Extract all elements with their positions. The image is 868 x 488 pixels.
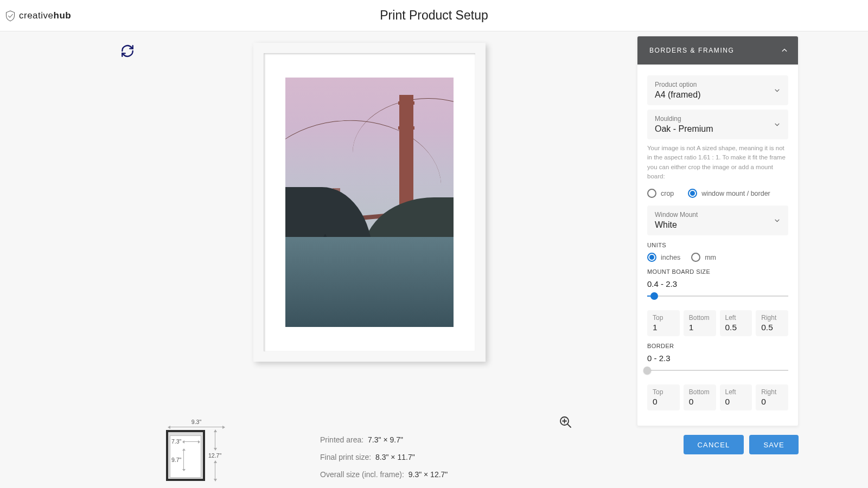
settings-sidebar: BORDERS & FRAMING Product option A4 (fra… [637,31,799,488]
mm-label: mm [705,254,716,261]
crop-label: crop [661,190,674,197]
refresh-button[interactable] [120,44,135,60]
border-top-input[interactable]: Top0 [647,384,680,410]
page-title: Print Product Setup [380,8,488,23]
svg-line-1 [567,424,571,427]
dimension-readout: Printed area: 7.3" × 9.7" Final print si… [320,431,448,484]
refresh-icon [120,44,135,58]
aspect-ratio-help: Your image is not A sized shape, meaning… [647,144,788,181]
save-button[interactable]: SAVE [749,435,799,454]
radio-icon [691,253,700,262]
product-option-select[interactable]: Product option A4 (framed) [647,75,788,105]
units-label: UNITS [647,242,788,248]
moulding-label: Moulding [655,115,713,123]
border-bottom-input[interactable]: Bottom0 [684,384,716,410]
frame-preview [253,43,486,362]
mount-top-input[interactable]: Top1 [647,310,680,336]
chevron-up-icon [781,47,788,54]
mount-right-input[interactable]: Right0.5 [756,310,788,336]
border-range: 0 - 2.3 [647,354,788,363]
frame-photo [285,78,454,327]
dimension-diagram: 9.3" 7.3" 9.7" [166,419,227,481]
diagram-outer-height: 12.7" [208,452,221,459]
main-area: 9.3" 7.3" 9.7" [0,31,868,488]
zoom-in-button[interactable] [559,415,572,431]
chevron-down-icon [774,217,781,224]
product-option-label: Product option [655,81,700,88]
diagram-inner-height: 9.7" [171,457,181,463]
mount-board-values: Top1 Bottom1 Left0.5 Right0.5 [647,310,788,336]
radio-icon [647,253,656,262]
mount-label: window mount / border [701,190,770,197]
border-left-input[interactable]: Left0 [720,384,752,410]
borders-framing-panel: BORDERS & FRAMING Product option A4 (fra… [637,36,799,426]
units-mm[interactable]: mm [691,253,716,262]
final-print-value: 8.3" × 11.7" [375,453,415,461]
final-print-label: Final print size [320,453,369,461]
mount-board-slider[interactable] [647,291,788,301]
units-inches[interactable]: inches [647,253,680,262]
mount-board-range: 0.4 - 2.3 [647,279,788,288]
fit-option-crop[interactable]: crop [647,189,674,198]
printed-area-label: Printed area [320,435,361,444]
brand-text-bold: hub [54,10,72,21]
product-option-value: A4 (framed) [655,90,700,100]
mount-left-input[interactable]: Left0.5 [720,310,752,336]
fit-option-mount[interactable]: window mount / border [688,189,770,198]
diagram-outer-width: 9.3" [166,419,227,425]
brand-logo: creativehub [0,10,71,22]
action-buttons: CANCEL SAVE [637,435,799,454]
border-right-input[interactable]: Right0 [756,384,788,410]
radio-icon [647,189,656,198]
mount-board-label: MOUNT BOARD SIZE [647,268,788,275]
window-mount-select[interactable]: Window Mount White [647,206,788,235]
frame-mat [264,53,475,351]
panel-header[interactable]: BORDERS & FRAMING [637,36,798,65]
border-values: Top0 Bottom0 Left0 Right0 [647,384,788,410]
app-header: creativehub Print Product Setup [0,0,868,31]
preview-canvas: 9.3" 7.3" 9.7" [0,31,637,488]
overall-size-value: 9.3" × 12.7" [409,470,448,479]
zoom-in-icon [559,415,572,428]
overall-size-label: Overall size (incl. frame) [320,470,402,479]
fit-option-group: crop window mount / border [647,189,788,198]
panel-title: BORDERS & FRAMING [649,47,735,54]
window-mount-label: Window Mount [655,211,698,219]
units-group: inches mm [647,253,788,262]
chevron-down-icon [774,87,781,94]
brand-text-light: creative [19,10,54,21]
border-slider[interactable] [647,365,788,376]
inches-label: inches [661,254,680,261]
radio-icon [688,189,697,198]
diagram-inner-width: 7.3" [171,438,181,445]
border-label: BORDER [647,343,788,349]
window-mount-value: White [655,220,698,230]
chevron-down-icon [774,121,781,128]
mount-bottom-input[interactable]: Bottom1 [684,310,716,336]
moulding-value: Oak - Premium [655,124,713,134]
cancel-button[interactable]: CANCEL [684,435,744,454]
shield-icon [5,10,15,22]
printed-area-value: 7.3" × 9.7" [368,435,403,444]
moulding-select[interactable]: Moulding Oak - Premium [647,110,788,139]
